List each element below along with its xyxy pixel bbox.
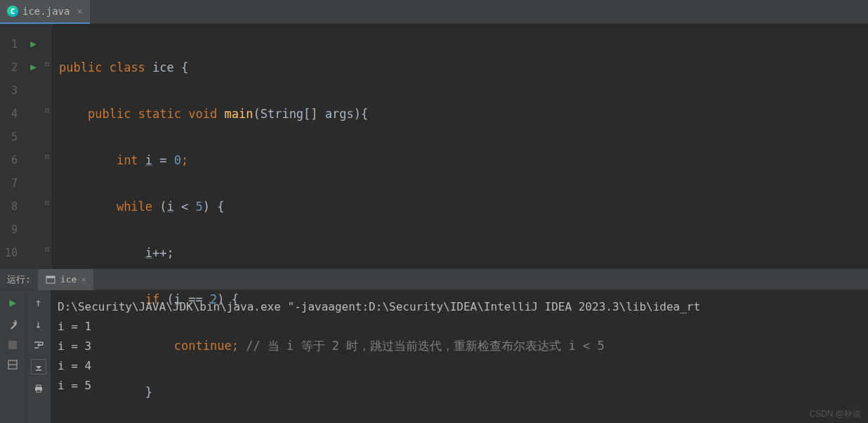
- up-icon[interactable]: ↑: [35, 296, 42, 309]
- console-line: i = 5: [58, 376, 861, 396]
- console-line: i = 4: [58, 356, 861, 376]
- fold-icon[interactable]: ⊟: [43, 191, 51, 214]
- console-line: i = 3: [58, 337, 861, 356]
- application-icon: [45, 274, 56, 285]
- run-title: 运行:: [0, 273, 38, 286]
- layout-icon[interactable]: [8, 360, 18, 370]
- print-icon[interactable]: [33, 383, 44, 394]
- soft-wrap-icon[interactable]: [33, 339, 44, 351]
- wrench-icon[interactable]: [7, 319, 18, 330]
- fold-gutter: ⊟ ⊟ ⊟ ⊟ ⊟: [42, 24, 52, 268]
- console-line: D:\Security\JAVA\JDK\bin\java.exe "-java…: [58, 297, 861, 317]
- svg-rect-8: [37, 390, 41, 392]
- class-icon: C: [7, 6, 18, 17]
- run-gutter: ▶ ▶: [25, 24, 42, 268]
- editor-tabs: C ice.java ×: [0, 0, 868, 24]
- svg-rect-7: [37, 385, 41, 387]
- fold-icon[interactable]: ⊟: [43, 98, 51, 122]
- code-editor[interactable]: 12345678910 ▶ ▶ ⊟ ⊟ ⊟ ⊟ ⊟ public class i…: [0, 24, 868, 268]
- console-actions: ↑ ↓: [25, 290, 51, 423]
- console-line: i = 1: [58, 317, 861, 337]
- scroll-end-icon[interactable]: [31, 359, 46, 375]
- line-numbers: 12345678910: [0, 24, 25, 268]
- svg-rect-5: [36, 370, 41, 371]
- svg-rect-2: [8, 341, 17, 349]
- tab-label: ice.java: [22, 6, 70, 17]
- run-button[interactable]: ▶: [9, 296, 16, 309]
- fold-icon[interactable]: ⊟: [43, 52, 51, 75]
- run-tab-label: ice: [60, 274, 77, 285]
- run-actions: ▶: [0, 290, 25, 423]
- run-line-icon[interactable]: ▶: [25, 56, 42, 79]
- run-body: ▶ ↑ ↓ D:\Security\JAVA\JDK\bin\java.exe …: [0, 290, 868, 423]
- code-content[interactable]: public class ice { public static void ma…: [52, 24, 605, 268]
- close-icon[interactable]: ×: [77, 6, 82, 17]
- svg-rect-1: [46, 276, 55, 278]
- fold-icon[interactable]: ⊟: [43, 145, 51, 168]
- run-tab[interactable]: ice ×: [38, 269, 93, 290]
- run-line-icon[interactable]: ▶: [25, 32, 42, 56]
- stop-button[interactable]: [8, 340, 18, 350]
- tab-ice-java[interactable]: C ice.java ×: [0, 0, 90, 24]
- console-output[interactable]: D:\Security\JAVA\JDK\bin\java.exe "-java…: [51, 290, 868, 423]
- run-tool-window: 运行: ice × ▶ ↑ ↓ D:\Security\JAVA\JDK\bin…: [0, 268, 868, 423]
- close-icon[interactable]: ×: [81, 274, 86, 285]
- fold-icon[interactable]: ⊟: [43, 237, 51, 261]
- watermark: CSDN @秋说: [809, 408, 861, 420]
- down-icon[interactable]: ↓: [35, 318, 42, 331]
